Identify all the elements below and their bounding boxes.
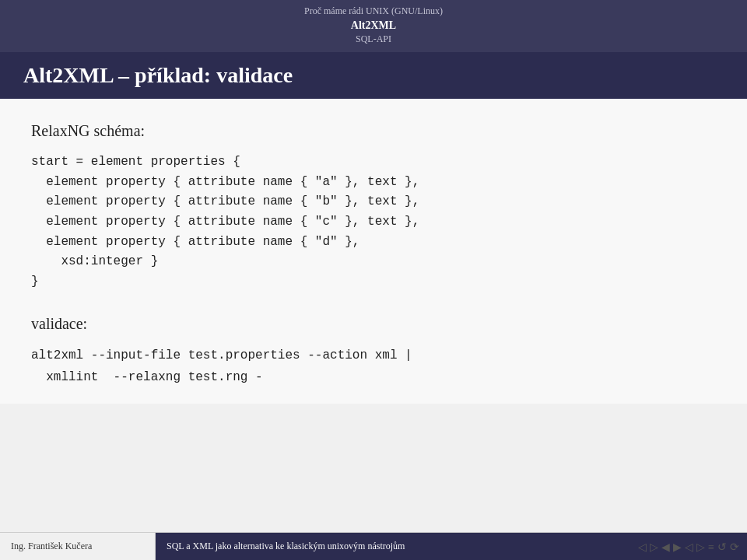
nav-right-icon[interactable]: ▶: [673, 541, 682, 554]
title-bar: Alt2XML – příklad: validace: [0, 52, 747, 99]
nav-next-icon[interactable]: ◁: [685, 541, 693, 554]
top-header: Proč máme rádi UNIX (GNU/Linux) Alt2XML …: [0, 0, 747, 52]
relaxng-code: start = element properties { element pro…: [31, 152, 716, 292]
main-content: RelaxNG schéma: start = element properti…: [0, 99, 747, 404]
header-subtitle: Proč máme rádi UNIX (GNU/Linux): [16, 5, 731, 18]
nav-prev-prev-icon[interactable]: ◁: [638, 541, 647, 554]
footer-author: Ing. František Kučera: [0, 533, 156, 560]
page-title: Alt2XML – příklad: validace: [23, 63, 724, 88]
nav-prev-icon[interactable]: ▷: [650, 541, 658, 554]
header-title-main: Alt2XML: [16, 18, 731, 33]
nav-menu-icon[interactable]: ≡: [708, 541, 714, 554]
nav-icons-container: ◁ ▷ ◀ ▶ ◁ ▷ ≡ ↺ ⟳: [638, 541, 739, 554]
validace-cmd: alt2xml --input-file test.properties --a…: [31, 345, 716, 387]
nav-refresh-icon[interactable]: ⟳: [730, 541, 739, 554]
relaxng-label: RelaxNG schéma:: [31, 122, 716, 140]
header-title-sub: SQL-API: [16, 33, 731, 46]
footer: Ing. František Kučera SQL a XML jako alt…: [0, 532, 747, 560]
validace-label: validace:: [31, 315, 716, 333]
nav-left-icon[interactable]: ◀: [661, 541, 670, 554]
nav-next-next-icon[interactable]: ▷: [696, 541, 705, 554]
nav-reset-icon[interactable]: ↺: [717, 541, 727, 554]
